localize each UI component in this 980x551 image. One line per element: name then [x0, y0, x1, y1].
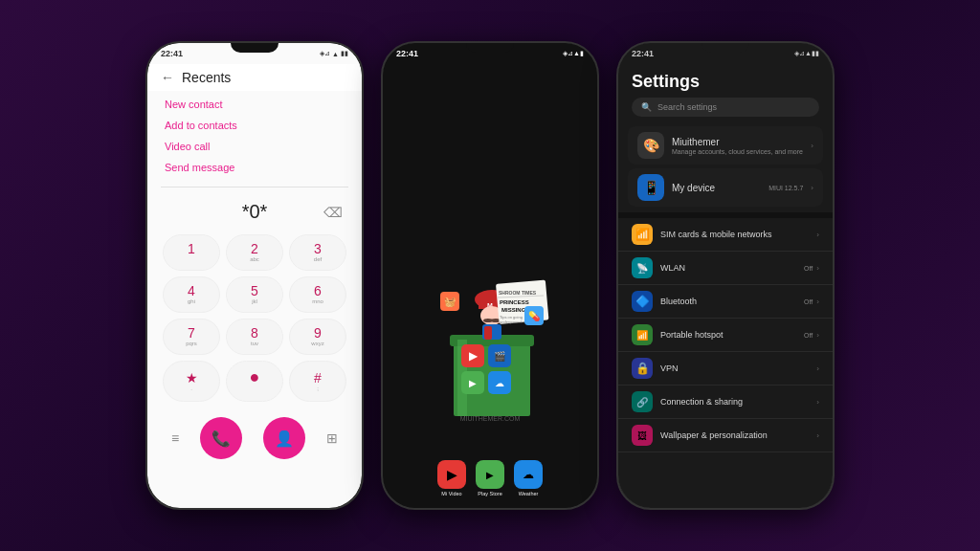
search-input[interactable]: Search settings — [657, 102, 717, 112]
divider-1 — [161, 187, 348, 187]
connection-arrow: › — [816, 398, 819, 407]
bluetooth-icon: 🔷 — [632, 291, 653, 312]
settings-item-wallpaper[interactable]: 🖼 Wallpaper & personalization › — [618, 419, 833, 452]
key-4[interactable]: 4 ghi — [163, 276, 220, 313]
wallpaper-arrow: › — [816, 431, 819, 440]
svg-rect-18 — [484, 326, 492, 340]
svg-text:▶: ▶ — [469, 349, 479, 363]
svg-text:PRINCESS: PRINCESS — [500, 299, 529, 305]
send-message-link[interactable]: Send message — [165, 162, 345, 173]
dialpad-icon[interactable]: ⊞ — [326, 430, 338, 446]
key-hash[interactable]: # ; — [289, 361, 346, 402]
miuithemer-title: Miuithemer — [672, 137, 803, 147]
dialer-title: Recents — [182, 70, 231, 85]
settings-item-connection[interactable]: 🔗 Connection & sharing › — [618, 386, 833, 419]
keypad: 1 2 abc 3 def 4 ghi 5 jkl 6 mno — [147, 231, 362, 406]
settings-item-mydevice[interactable]: 📱 My device MIUI 12.5.7 › — [628, 168, 823, 207]
notch-2 — [466, 43, 514, 53]
battery-icon: ▮▮ — [341, 50, 348, 57]
signal-icon-3: ◈⊿▲▮▮ — [794, 50, 819, 57]
status-bar-1: 22:41 ◈⊿ ▲ ▮▮ — [147, 43, 362, 64]
new-contact-link[interactable]: New contact — [165, 99, 345, 110]
connection-title: Connection & sharing — [660, 397, 809, 407]
contacts-button[interactable]: 👤 — [263, 417, 305, 459]
hotspot-status: Off — [804, 332, 813, 339]
bluetooth-title: Bluetooth — [660, 297, 796, 306]
call-button[interactable]: 📞 — [200, 417, 242, 459]
connection-icon: 🔗 — [632, 391, 653, 412]
miuithemer-icon: 🎨 — [637, 132, 664, 159]
settings-item-sim[interactable]: 📶 SIM cards & mobile networks › — [618, 218, 833, 252]
svg-text:SHROOM TIMES: SHROOM TIMES — [499, 290, 537, 296]
phone-screen-2: 22:41 ◈⊿▲▮ ▶ 🎬 ▶ — [383, 43, 597, 508]
settings-item-bluetooth[interactable]: 🔷 Bluetooth Off › — [618, 285, 833, 319]
phone-screen-1: 22:41 ◈⊿ ▲ ▮▮ ← Recents New contact Add … — [147, 43, 362, 508]
status-time-3: 22:41 — [632, 49, 654, 58]
bluetooth-arrow: › — [816, 298, 819, 306]
search-bar[interactable]: 🔍 Search settings — [632, 98, 819, 117]
svg-text:🧺: 🧺 — [444, 296, 457, 308]
hotspot-title: Portable hotspot — [660, 330, 796, 340]
key-3[interactable]: 3 def — [289, 234, 346, 271]
bottom-bar: ≡ 📞 👤 ⊞ — [147, 409, 362, 463]
dial-display: *0* ⌫ — [147, 193, 362, 231]
key-0[interactable]: ● — [226, 361, 283, 402]
delete-button[interactable]: ⌫ — [323, 205, 343, 220]
svg-text:▶: ▶ — [469, 378, 477, 388]
svg-text:💊: 💊 — [528, 310, 541, 322]
phone-dialer: 22:41 ◈⊿ ▲ ▮▮ ← Recents New contact Add … — [145, 41, 364, 510]
settings-header: Settings 🔍 Search settings — [618, 64, 833, 126]
mydevice-title: My device — [672, 183, 761, 193]
status-time-1: 22:41 — [161, 49, 183, 58]
settings-item-vpn[interactable]: 🔒 VPN › — [618, 352, 833, 386]
app-playstore[interactable]: ▶ Play Store — [476, 460, 504, 496]
app-weather[interactable]: ☁ Weather — [514, 460, 543, 496]
mydevice-badge: MIUI 12.5.7 — [768, 185, 803, 191]
wlan-status: Off — [804, 265, 813, 272]
key-1[interactable]: 1 — [163, 234, 220, 271]
key-7[interactable]: 7 pqrs — [163, 319, 220, 355]
vpn-title: VPN — [660, 364, 809, 373]
notch-1 — [231, 43, 278, 53]
vpn-icon: 🔒 — [632, 358, 653, 379]
menu-icon[interactable]: ≡ — [171, 430, 179, 446]
contact-actions: New contact Add to contacts Video call S… — [147, 91, 362, 181]
svg-text:☁: ☁ — [495, 378, 504, 388]
svg-text:MISSING!: MISSING! — [501, 307, 527, 313]
status-time-2: 22:41 — [396, 49, 418, 58]
settings-item-hotspot[interactable]: 📶 Portable hotspot Off › — [618, 319, 833, 352]
phone-home: 22:41 ◈⊿▲▮ ▶ 🎬 ▶ — [381, 41, 599, 510]
miuithemer-arrow: › — [811, 142, 813, 150]
add-contacts-link[interactable]: Add to contacts — [165, 120, 345, 131]
svg-text:underground...: underground... — [500, 320, 524, 324]
key-9[interactable]: 9 wxyz — [289, 319, 346, 355]
notch-3 — [702, 43, 749, 53]
key-6[interactable]: 6 mno — [289, 276, 346, 313]
signal-icon-2: ◈⊿▲▮ — [563, 50, 584, 57]
settings-item-wlan[interactable]: 📡 WLAN Off › — [618, 252, 833, 285]
status-icons-1: ◈⊿ ▲ ▮▮ — [320, 50, 348, 57]
sim-icon: 📶 — [632, 224, 653, 245]
search-icon: 🔍 — [641, 102, 652, 112]
key-star[interactable]: ★ . — [163, 361, 220, 402]
app-dock: ▶ Mi Video ▶ Play Store ☁ Weather — [437, 460, 543, 496]
mydevice-arrow: › — [811, 184, 813, 192]
svg-text:🎬: 🎬 — [494, 350, 506, 363]
app-mivideo[interactable]: ▶ Mi Video — [437, 460, 466, 496]
wlan-icon: 📡 — [632, 257, 653, 278]
wallpaper-icon: 🖼 — [632, 425, 653, 446]
back-button[interactable]: ← — [161, 70, 174, 85]
phone-screen-3: 22:41 ◈⊿▲▮▮ Settings 🔍 Search settings 🎨… — [618, 43, 833, 508]
key-8[interactable]: 8 tuv — [226, 319, 283, 355]
key-5[interactable]: 5 jkl — [226, 276, 283, 313]
hotspot-icon: 📶 — [632, 324, 653, 345]
key-2[interactable]: 2 abc — [226, 234, 283, 271]
sim-arrow: › — [816, 231, 819, 239]
status-bar-2: 22:41 ◈⊿▲▮ — [383, 43, 597, 64]
home-wallpaper: 22:41 ◈⊿▲▮ ▶ 🎬 ▶ — [383, 43, 597, 508]
video-call-link[interactable]: Video call — [165, 141, 345, 152]
wifi-icon: ▲ — [332, 51, 339, 57]
settings-item-miuithemer[interactable]: 🎨 Miuithemer Manage accounts, cloud serv… — [628, 126, 823, 165]
mario-scene: ▶ 🎬 ▶ ☁ M — [383, 62, 597, 435]
mydevice-icon: 📱 — [637, 174, 664, 201]
